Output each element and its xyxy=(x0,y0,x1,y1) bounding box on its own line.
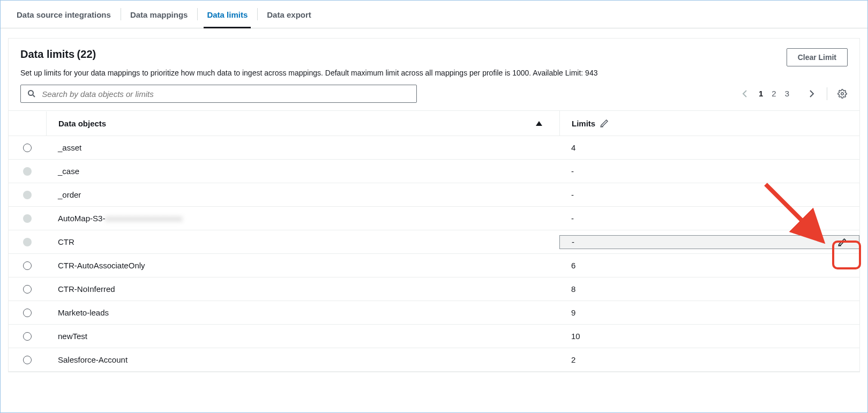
row-radio[interactable] xyxy=(9,349,46,371)
table-row[interactable]: CTR-AutoAssociateOnly6 xyxy=(9,254,859,277)
search-icon xyxy=(26,88,36,99)
page-3[interactable]: 3 xyxy=(785,89,789,98)
limit-cell[interactable]: 10 xyxy=(559,325,859,348)
table-row[interactable]: Marketo-leads9 xyxy=(9,301,859,325)
search-box[interactable] xyxy=(20,85,417,103)
limit-cell[interactable]: - xyxy=(559,235,859,249)
data-limits-panel: Data limits (22) Clear Limit Set up limi… xyxy=(8,38,860,372)
data-object-cell: _order xyxy=(46,183,559,206)
row-radio[interactable] xyxy=(9,207,46,230)
col-data-objects-label: Data objects xyxy=(58,119,106,128)
panel-title: Data limits xyxy=(20,48,74,60)
limit-cell[interactable]: 9 xyxy=(559,301,859,324)
limit-cell[interactable]: - xyxy=(559,183,859,206)
panel-header: Data limits (22) Clear Limit xyxy=(9,39,859,69)
table-header: Data objects Limits xyxy=(9,111,859,136)
data-object-cell: Salesforce-Account xyxy=(46,348,559,371)
svg-point-0 xyxy=(28,91,33,95)
row-radio[interactable] xyxy=(9,254,46,277)
edit-limit-icon[interactable] xyxy=(837,237,847,247)
row-radio[interactable] xyxy=(9,278,46,301)
table-row[interactable]: CTR- xyxy=(9,230,859,254)
panel-count: (22) xyxy=(77,48,96,60)
table-row[interactable]: newTest10 xyxy=(9,325,859,348)
edit-column-icon xyxy=(600,118,609,128)
table-row[interactable]: AutoMap-S3-xxxxxxxxxxxxxxxxx- xyxy=(9,207,859,230)
data-object-cell: CTR xyxy=(46,230,559,253)
data-object-cell: _asset xyxy=(46,136,559,159)
row-radio[interactable] xyxy=(9,302,46,324)
data-object-cell: CTR-NoInferred xyxy=(46,277,559,301)
page-2[interactable]: 2 xyxy=(772,89,776,98)
toolbar: 123 xyxy=(9,85,859,110)
row-radio[interactable] xyxy=(9,184,46,206)
data-object-cell: _case xyxy=(46,160,559,183)
limit-value: - xyxy=(572,237,574,246)
table-row[interactable]: _case- xyxy=(9,160,859,183)
tab-data-limits[interactable]: Data limits xyxy=(197,1,257,28)
prev-page-icon[interactable] xyxy=(739,88,750,99)
row-radio[interactable] xyxy=(9,325,46,348)
table-row[interactable]: CTR-NoInferred8 xyxy=(9,277,859,301)
settings-icon[interactable] xyxy=(837,88,848,99)
pagination-separator xyxy=(827,87,827,100)
tab-data-export[interactable]: Data export xyxy=(257,1,321,28)
clear-limit-button[interactable]: Clear Limit xyxy=(787,48,848,66)
col-select xyxy=(9,116,46,131)
page-1[interactable]: 1 xyxy=(759,89,763,98)
data-object-cell: Marketo-leads xyxy=(46,301,559,324)
table-row[interactable]: _asset4 xyxy=(9,136,859,160)
svg-line-1 xyxy=(33,95,35,97)
limit-cell[interactable]: 4 xyxy=(559,136,859,159)
data-object-cell: newTest xyxy=(46,325,559,348)
limit-cell[interactable]: 6 xyxy=(559,254,859,277)
limit-cell[interactable]: 2 xyxy=(559,348,859,371)
search-input[interactable] xyxy=(41,89,411,99)
pagination: 123 xyxy=(739,87,848,100)
col-data-objects[interactable]: Data objects xyxy=(46,111,559,136)
next-page-icon[interactable] xyxy=(806,88,817,99)
data-limits-table: Data objects Limits _asset4_case-_order-… xyxy=(9,110,859,372)
panel-subtitle: Set up limits for your data mappings to … xyxy=(9,69,859,85)
row-radio[interactable] xyxy=(9,137,46,159)
sort-asc-icon xyxy=(536,121,542,126)
row-radio[interactable] xyxy=(9,231,46,253)
table-row[interactable]: _order- xyxy=(9,183,859,207)
tab-data-mappings[interactable]: Data mappings xyxy=(121,1,198,28)
data-object-cell: CTR-AutoAssociateOnly xyxy=(46,254,559,277)
limit-cell[interactable]: 8 xyxy=(559,277,859,301)
row-radio[interactable] xyxy=(9,160,46,183)
limit-cell[interactable]: - xyxy=(559,160,859,183)
tab-data-source-integrations[interactable]: Data source integrations xyxy=(7,1,121,28)
limit-cell[interactable]: - xyxy=(559,207,859,230)
col-limits[interactable]: Limits xyxy=(559,111,859,136)
tabs-bar: Data source integrationsData mappingsDat… xyxy=(1,1,867,28)
table-row[interactable]: Salesforce-Account2 xyxy=(9,348,859,372)
data-object-cell: AutoMap-S3-xxxxxxxxxxxxxxxxx xyxy=(46,207,559,230)
col-limits-label: Limits xyxy=(572,119,595,128)
panel-title-wrap: Data limits (22) xyxy=(20,48,96,61)
svg-point-2 xyxy=(841,93,844,95)
